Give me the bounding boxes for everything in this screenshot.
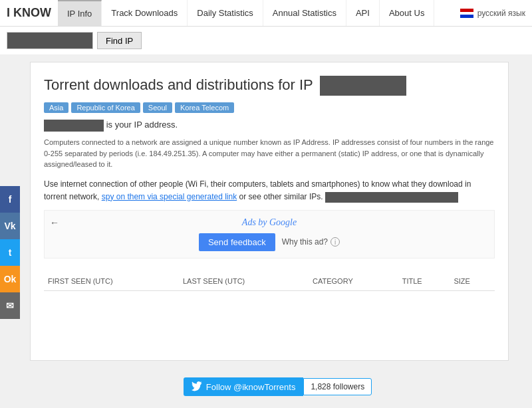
twitter-social-icon: t [9, 247, 12, 258]
ip-input[interactable] [7, 32, 93, 49]
nav-right: русский язык [460, 9, 525, 18]
tag-republic-of-korea[interactable]: Republic of Korea [71, 102, 140, 113]
why-this-ad: Why this ad? i [282, 237, 340, 247]
twitter-follow-button[interactable]: Follow @iknowTorrents [184, 377, 304, 396]
spy-link[interactable]: spy on them via special generated link [102, 192, 237, 201]
ip-address-box [44, 120, 104, 132]
vk-button[interactable]: Vk [0, 213, 20, 239]
tag-korea-telecom[interactable]: Korea Telecom [175, 102, 234, 113]
col-first-seen: FIRST SEEN (UTC) [44, 272, 179, 291]
ad-back-arrow[interactable]: ← [50, 217, 59, 228]
info-icon[interactable]: i [331, 237, 340, 247]
tab-about-us[interactable]: About Us [380, 0, 434, 26]
vk-icon: Vk [4, 221, 15, 231]
navbar: I KNOW IP Info Track Downloads Daily Sta… [0, 0, 532, 27]
tab-daily-statistics[interactable]: Daily Statistics [188, 0, 263, 26]
search-bar: Find IP [0, 27, 532, 55]
twitter-social-button[interactable]: t [0, 239, 20, 266]
tab-track-downloads[interactable]: Track Downloads [102, 0, 188, 26]
col-last-seen: LAST SEEN (UTC) [179, 272, 309, 291]
col-category: CATEGORY [309, 272, 398, 291]
ip-suffix-text: is your IP address. [106, 120, 178, 130]
twitter-bird-icon [192, 381, 202, 392]
ad-area: ← Ads by Google Send feedback Why this a… [44, 210, 495, 258]
ok-icon: Ok [4, 274, 17, 284]
ip-address-line: is your IP address. [44, 120, 495, 132]
logo: I KNOW [7, 6, 51, 20]
tag-asia[interactable]: Asia [44, 102, 68, 113]
col-size: SIZE [450, 272, 495, 291]
ad-feedback-row: Send feedback Why this ad? i [51, 233, 487, 251]
mail-button[interactable]: ✉ [0, 292, 20, 319]
main-content: Torrent downloads and distributions for … [30, 62, 509, 361]
social-sidebar: f Vk t Ok ✉ [0, 186, 20, 319]
page-title: Torrent downloads and distributions for … [44, 76, 495, 96]
language-label[interactable]: русский язык [477, 9, 525, 18]
nav-tabs: IP Info Track Downloads Daily Statistics… [58, 0, 434, 26]
or-see-text: or see other similar IPs. [239, 192, 323, 201]
tab-ip-info[interactable]: IP Info [58, 0, 102, 26]
ok-button[interactable]: Ok [0, 266, 20, 292]
followers-count: 1,828 followers [311, 382, 364, 391]
col-title: TITLE [398, 272, 450, 291]
mail-icon: ✉ [6, 300, 14, 311]
ip-description: Computers connected to a network are ass… [44, 137, 495, 170]
tag-list: Asia Republic of Korea Seoul Korea Telec… [44, 102, 495, 113]
footer: Follow @iknowTorrents 1,828 followers [23, 367, 532, 406]
send-feedback-button[interactable]: Send feedback [199, 233, 275, 251]
facebook-button[interactable]: f [0, 186, 20, 213]
language-flag-icon [460, 9, 473, 18]
usage-text: Use internet connection of other people … [44, 178, 495, 203]
find-ip-button[interactable]: Find IP [97, 32, 142, 49]
facebook-icon: f [9, 194, 12, 205]
ads-by-google-label: Ads by Google [51, 217, 487, 228]
tag-seoul[interactable]: Seoul [143, 102, 172, 113]
ip-address-highlight [320, 76, 406, 96]
tab-annual-statistics[interactable]: Annual Statistics [263, 0, 346, 26]
followers-badge: 1,828 followers [303, 378, 372, 395]
data-table-section: FIRST SEEN (UTC) LAST SEEN (UTC) CATEGOR… [44, 272, 495, 291]
tab-api[interactable]: API [346, 0, 380, 26]
ad-text-placeholder [325, 192, 458, 203]
data-table: FIRST SEEN (UTC) LAST SEEN (UTC) CATEGOR… [44, 272, 495, 291]
